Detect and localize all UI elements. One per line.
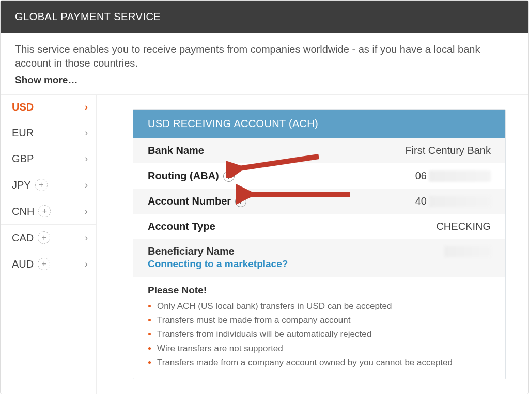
- intro-text: This service enables you to receive paym…: [15, 43, 480, 69]
- help-icon[interactable]: ?: [235, 196, 246, 207]
- chevron-right-icon: ›: [85, 102, 88, 113]
- note-item: Only ACH (US local bank) transfers in US…: [157, 299, 491, 313]
- row-routing: Routing (ABA) ? 06: [133, 163, 505, 189]
- chevron-right-icon: ›: [85, 153, 88, 164]
- marketplace-link[interactable]: Connecting to a marketplace?: [148, 258, 288, 270]
- intro-block: This service enables you to receive paym…: [1, 33, 528, 95]
- chevron-right-icon: ›: [85, 259, 88, 270]
- show-more-link[interactable]: Show more…: [15, 73, 77, 87]
- note-title: Please Note!: [148, 285, 491, 296]
- note-list: Only ACH (US local bank) transfers in US…: [148, 299, 491, 369]
- sidebar-item-aud[interactable]: AUD + ›: [1, 251, 96, 277]
- plus-icon: +: [38, 205, 51, 217]
- card-title: USD RECEIVING ACCOUNT (ACH): [133, 110, 505, 138]
- sidebar-item-gbp[interactable]: GBP ›: [1, 146, 96, 172]
- note-item: Wire transfers are not supported: [157, 341, 491, 355]
- currency-code: GBP: [12, 153, 34, 165]
- redacted-value: [444, 246, 491, 257]
- account-number-label: Account Number: [148, 195, 231, 207]
- global-payment-panel: GLOBAL PAYMENT SERVICE This service enab…: [0, 0, 529, 394]
- currency-code: CNH: [12, 206, 34, 217]
- row-bank-name: Bank Name First Century Bank: [133, 138, 505, 163]
- routing-prefix: 06: [415, 170, 427, 182]
- sidebar-item-cad[interactable]: CAD + ›: [1, 225, 96, 251]
- redacted-value: [429, 170, 491, 182]
- help-icon[interactable]: ?: [223, 170, 235, 182]
- routing-label: Routing (ABA): [148, 170, 219, 182]
- note-item: Transfers must be made from a company ac…: [157, 313, 491, 327]
- account-type-label: Account Type: [148, 221, 215, 232]
- account-type-value: CHECKING: [436, 221, 491, 232]
- note-item: Transfers made from a company account ow…: [157, 355, 491, 369]
- note-box: Please Note! Only ACH (US local bank) tr…: [133, 277, 505, 379]
- bank-name-label: Bank Name: [148, 145, 204, 157]
- sidebar-item-usd[interactable]: USD ›: [1, 95, 96, 120]
- row-account-number: Account Number ? 40: [133, 189, 505, 214]
- bank-name-value: First Century Bank: [405, 145, 491, 157]
- currency-code: JPY: [12, 179, 31, 191]
- body-row: USD › EUR › GBP › JPY + › CNH +: [1, 95, 528, 394]
- chevron-right-icon: ›: [85, 206, 88, 217]
- currency-code: AUD: [12, 258, 34, 270]
- currency-code: CAD: [12, 232, 34, 244]
- beneficiary-label: Beneficiary Name: [148, 245, 235, 257]
- panel-title: GLOBAL PAYMENT SERVICE: [1, 1, 528, 33]
- currency-code: USD: [12, 101, 34, 113]
- plus-icon: +: [35, 179, 48, 191]
- row-beneficiary: Beneficiary Name Connecting to a marketp…: [133, 239, 505, 277]
- sidebar-item-eur[interactable]: EUR ›: [1, 120, 96, 146]
- currency-code: EUR: [12, 127, 34, 139]
- main-content: USD RECEIVING ACCOUNT (ACH) Bank Name Fi…: [97, 95, 528, 394]
- sidebar-item-jpy[interactable]: JPY + ›: [1, 172, 96, 198]
- receiving-account-card: USD RECEIVING ACCOUNT (ACH) Bank Name Fi…: [133, 109, 506, 379]
- plus-icon: +: [38, 231, 50, 244]
- chevron-right-icon: ›: [85, 180, 88, 191]
- chevron-right-icon: ›: [85, 232, 88, 243]
- account-number-prefix: 40: [415, 195, 427, 207]
- note-item: Transfers from individuals will be autom…: [157, 327, 491, 341]
- redacted-value: [429, 196, 491, 207]
- plus-icon: +: [38, 258, 50, 270]
- sidebar-item-cnh[interactable]: CNH + ›: [1, 198, 96, 225]
- currency-sidebar: USD › EUR › GBP › JPY + › CNH +: [1, 95, 97, 394]
- chevron-right-icon: ›: [85, 128, 88, 138]
- row-account-type: Account Type CHECKING: [133, 214, 505, 239]
